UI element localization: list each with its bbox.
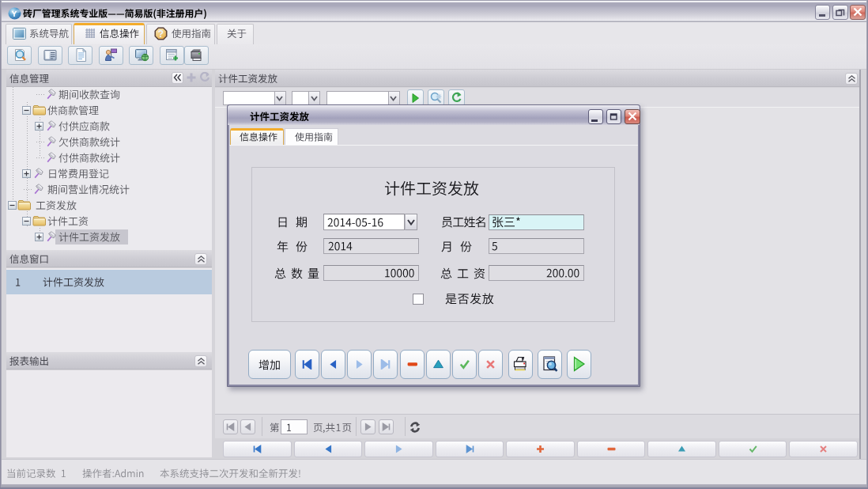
svg-text:?: ? <box>158 28 164 40</box>
